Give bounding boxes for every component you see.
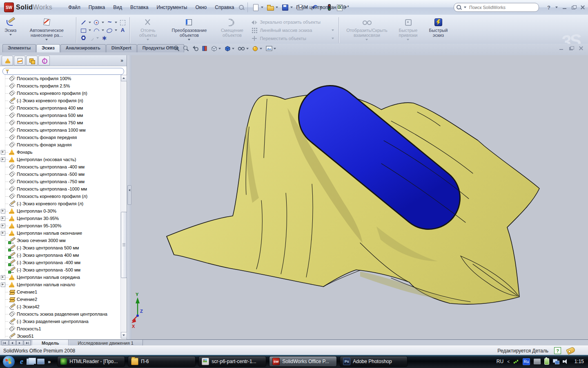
feature-tree-item[interactable]: (-) Эскиз центроплана 500 мм xyxy=(0,244,121,251)
feature-tree-item[interactable]: Сечение2 xyxy=(0,296,121,303)
feature-tree-item[interactable]: (-) Эскиз центроплана -500 мм xyxy=(0,266,121,274)
menu-item[interactable]: Вставка xyxy=(127,3,152,11)
taskbar-button[interactable]: Ps Adobe Photoshop xyxy=(340,356,408,367)
feature-tree-item[interactable]: Плоскость фонаря задняя xyxy=(0,141,121,148)
circle-icon[interactable] xyxy=(93,19,100,26)
feature-tree-item[interactable]: Плоскость центроплана -400 мм xyxy=(0,163,121,171)
command-tab[interactable]: Элементы xyxy=(2,44,36,52)
last-tab-icon[interactable] xyxy=(24,340,31,346)
configurationmanager-tab[interactable] xyxy=(26,56,38,65)
section-view-icon[interactable] xyxy=(201,45,208,52)
volume-icon[interactable] xyxy=(563,359,568,364)
tree-filter-box[interactable] xyxy=(2,68,124,75)
search-scope-dropdown-icon[interactable] xyxy=(464,7,466,8)
feature-tree-item[interactable]: (-) Эскиз центроплана -400 мм xyxy=(0,259,121,266)
feature-tree-item[interactable]: Плоскость профиля 100% xyxy=(0,75,121,82)
wireless-signal-icon[interactable] xyxy=(513,359,519,364)
language-indicator[interactable]: RU xyxy=(497,359,503,364)
feature-tree-item[interactable]: Центроплан наплыв окончание xyxy=(0,229,121,237)
rectangle-icon[interactable] xyxy=(80,27,87,34)
feature-tree-item[interactable]: Плоскость центроплана -500 мм xyxy=(0,171,121,178)
scroll-down-icon[interactable] xyxy=(121,332,127,339)
feature-tree-item[interactable]: Эскиз сечения 3000 мм xyxy=(0,237,121,244)
feature-tree-item[interactable]: Плоскость эскиза разделения центроплана xyxy=(0,310,121,318)
restore-button[interactable] xyxy=(571,5,577,10)
feature-tree-item[interactable]: Фонарь xyxy=(0,148,121,156)
feature-tree-item[interactable]: Сечение1 xyxy=(0,288,121,296)
panel-overflow-button[interactable]: » xyxy=(120,58,125,63)
quick-launch-overflow-icon[interactable]: » xyxy=(48,359,51,365)
document-restore-icon[interactable] xyxy=(568,46,574,51)
propertymanager-tab[interactable] xyxy=(14,56,25,65)
polygon-icon[interactable] xyxy=(80,35,87,41)
feature-tree-item[interactable]: Центроплан наплыв середина xyxy=(0,274,121,281)
featuremanager-tree-tab[interactable] xyxy=(2,56,13,65)
menu-item[interactable]: Вид xyxy=(109,3,126,11)
previous-view-icon[interactable] xyxy=(192,45,199,52)
expand-toggle-icon[interactable] xyxy=(1,157,5,162)
feature-tree-item[interactable]: Плоскость центроплана 750 мм xyxy=(0,119,121,126)
help-button[interactable]: ? xyxy=(546,4,551,11)
smart-dimension-button[interactable]: Автоматическое нанесение ра... xyxy=(19,16,74,45)
move-entities-button[interactable]: Переместить объекты xyxy=(251,35,335,42)
bottom-tab[interactable]: Модель xyxy=(32,340,69,346)
point-icon[interactable]: ∗ xyxy=(101,35,107,41)
zoom-to-area-icon[interactable] xyxy=(183,45,189,52)
feature-tree-item[interactable]: Плоскость центроплана -1000 мм xyxy=(0,185,121,193)
mirror-entities-button[interactable]: Зеркально отразить объекты xyxy=(251,18,335,26)
start-button[interactable] xyxy=(2,355,15,368)
text-icon[interactable]: A xyxy=(119,27,126,34)
first-tab-icon[interactable] xyxy=(2,340,9,346)
line-icon[interactable] xyxy=(80,19,87,26)
battery-icon[interactable] xyxy=(544,358,549,365)
scrollbar-thumb[interactable] xyxy=(121,212,127,278)
linear-pattern-button[interactable]: Линейный массив эскиза xyxy=(251,27,335,34)
command-tab[interactable]: DimXpert xyxy=(106,44,137,52)
tag-icon[interactable] xyxy=(566,346,576,355)
ellipse-icon[interactable] xyxy=(106,27,113,34)
offset-entities-button[interactable]: Смещение объектов xyxy=(214,16,249,45)
feature-tree-item[interactable]: Плоскость корневого профиля (л) xyxy=(0,193,121,200)
feature-tree-item[interactable]: Плоскость центроплана 1000 мм xyxy=(0,126,121,134)
feature-tree-item[interactable]: Плоскость центроплана 500 мм xyxy=(0,112,121,119)
rapid-sketch-button[interactable]: Быстрый эскиз xyxy=(423,16,453,45)
feature-tree-item[interactable]: Центроплан наплыв начало xyxy=(0,281,121,288)
expand-toggle-icon[interactable] xyxy=(1,150,5,155)
search-input[interactable] xyxy=(468,4,536,10)
trim-entities-button[interactable]: Отсечь объекты xyxy=(132,16,164,45)
command-tab[interactable]: Эскиз xyxy=(36,44,60,52)
scene-icon[interactable] xyxy=(265,45,277,52)
feature-tree-item[interactable]: (-) Эскиз корневого профиля (п) xyxy=(0,97,121,104)
display-icon[interactable] xyxy=(534,359,541,364)
feature-tree-item[interactable]: Плоскость фонаря передняя xyxy=(0,134,121,141)
document-close-icon[interactable] xyxy=(578,46,584,51)
zoom-to-fit-icon[interactable] xyxy=(173,45,180,52)
select-box-icon[interactable] xyxy=(119,19,126,26)
spline-icon[interactable]: ~ xyxy=(106,19,113,26)
display-style-icon[interactable] xyxy=(224,45,235,52)
feature-tree-item[interactable]: Центроплан 0-30% xyxy=(0,207,121,215)
fillet-icon[interactable] xyxy=(88,35,94,41)
bottom-tab[interactable]: Исследование движения 1 xyxy=(69,340,143,346)
expand-toggle-icon[interactable] xyxy=(1,283,5,287)
menu-item[interactable]: Окно xyxy=(192,3,210,11)
taskbar-button[interactable]: SW SolidWorks Office P... xyxy=(269,356,337,367)
menu-search-icon[interactable] xyxy=(238,4,244,10)
document-minimize-icon[interactable] xyxy=(559,46,564,51)
previous-tab-icon[interactable] xyxy=(9,340,16,346)
display-relations-button[interactable]: Отобразить/Скрыть взаимосвязи xyxy=(341,16,392,45)
feature-tree-item[interactable]: (-) Эскиз корневого профиля (л) xyxy=(0,200,121,207)
feature-tree-item[interactable]: Центроплан 95-100% xyxy=(0,222,121,229)
feature-tree-item[interactable]: Плоскость1 xyxy=(0,325,121,332)
expand-toggle-icon[interactable] xyxy=(1,209,5,213)
menu-item[interactable]: Инструменты xyxy=(153,3,191,11)
feature-tree-item[interactable]: Плоскость профиля 2.5% xyxy=(0,82,121,90)
window-switcher-icon[interactable] xyxy=(27,359,34,365)
next-tab-icon[interactable] xyxy=(16,340,23,346)
expand-toggle-icon[interactable] xyxy=(1,275,5,280)
sketch-button[interactable]: Эскиз xyxy=(2,16,19,45)
network-icon[interactable] xyxy=(553,359,559,364)
dimxpertmanager-tab[interactable] xyxy=(38,56,50,65)
graphics-viewport[interactable]: Y X Z xyxy=(131,55,588,339)
tray-chevron-icon[interactable]: < xyxy=(507,359,510,364)
